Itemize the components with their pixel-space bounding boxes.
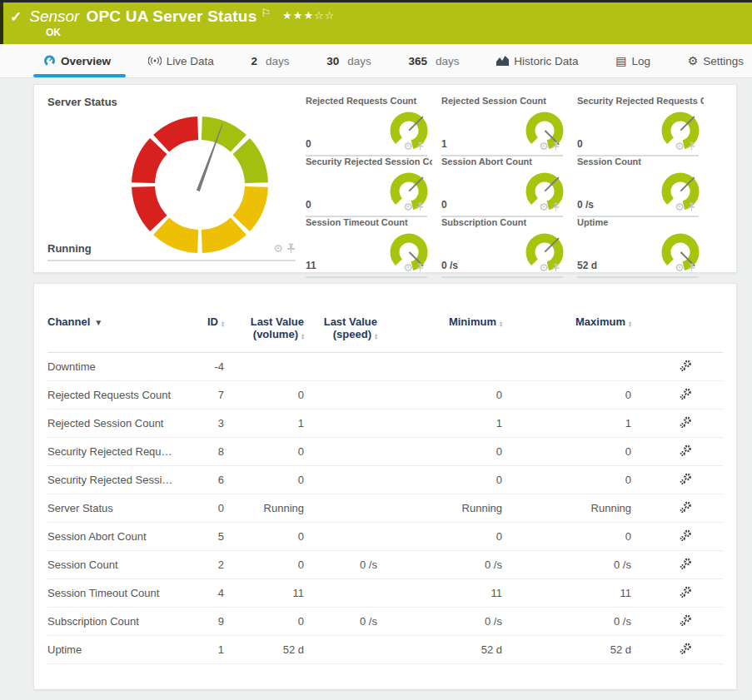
cell-minimum: 1 <box>377 417 502 429</box>
channel-settings-icon[interactable] <box>680 388 692 400</box>
column-header-last-value-speed[interactable]: Last Value(speed)▴▾ <box>304 315 377 340</box>
channel-gear-icon[interactable]: ⚙ <box>675 141 685 151</box>
channel-gear-icon[interactable]: ⚙ <box>273 243 283 254</box>
table-row[interactable]: Session Timeout Count 4 11 11 11 <box>47 579 723 608</box>
column-header-maximum[interactable]: Maximum▴▾ <box>502 315 631 328</box>
channel-gear-icon[interactable]: ⚙ <box>539 201 549 212</box>
tab-settings[interactable]: ⚙ Settings <box>685 44 747 77</box>
divider <box>441 276 563 278</box>
cell-id: 2 <box>172 559 224 571</box>
tab-label: Log <box>631 55 650 67</box>
channel-settings-icon[interactable] <box>680 360 692 372</box>
pin-icon[interactable] <box>688 141 695 151</box>
cell-minimum: 0 <box>377 530 502 543</box>
pin-icon[interactable] <box>552 141 560 151</box>
cell-maximum: 0 <box>502 474 631 486</box>
cell-minimum: 0 <box>377 474 502 486</box>
table-row[interactable]: Security Rejected Requ… 8 0 0 0 <box>47 438 723 466</box>
tab-30-days[interactable]: 30days <box>323 44 375 77</box>
cell-id: 7 <box>172 389 224 401</box>
table-row[interactable]: Session Count 2 0 0 /s 0 /s 0 /s <box>47 551 723 579</box>
channel-gear-icon[interactable]: ⚙ <box>403 201 413 212</box>
tab-label: Live Data <box>167 55 214 67</box>
cell-last-value-volume: 0 <box>224 559 304 571</box>
channel-gear-icon[interactable]: ⚙ <box>539 262 549 273</box>
gauge-footer: Running ⚙ <box>47 242 296 261</box>
column-header-minimum[interactable]: Minimum▴▾ <box>377 315 502 328</box>
tab-overview[interactable]: Overview <box>40 44 114 77</box>
column-header-channel[interactable]: Channel▼ <box>47 315 172 329</box>
tab-unit: days <box>347 55 371 67</box>
table-row[interactable]: Rejected Session Count 3 1 1 1 <box>47 410 723 438</box>
channel-settings-icon[interactable] <box>680 416 692 429</box>
channel-gear-icon[interactable]: ⚙ <box>403 141 413 151</box>
chart-icon <box>496 56 509 66</box>
table-row[interactable]: Server Status 0 Running Running Running <box>47 494 723 523</box>
gauges-panel: Server Status Running ⚙ Rejected Request… <box>33 84 737 273</box>
mini-gauge-session-abort-count: Session Abort Count 0 ⚙ <box>441 156 568 217</box>
tab-number: 30 <box>326 55 339 67</box>
mini-gauge-title: Security Rejected Session Co… <box>306 156 432 166</box>
cell-id: 4 <box>172 587 224 599</box>
cell-channel: Session Count <box>47 559 172 571</box>
channel-settings-icon[interactable] <box>680 643 692 655</box>
tab-2-days[interactable]: 2days <box>247 44 292 77</box>
pin-icon[interactable] <box>552 263 560 272</box>
pin-icon[interactable] <box>416 141 424 151</box>
tab-log[interactable]: ▤ Log <box>612 44 654 77</box>
cell-channel: Rejected Requests Count <box>47 389 172 401</box>
primary-gauge-panel: Server Status Running ⚙ <box>47 96 296 263</box>
cell-id: 8 <box>172 445 224 458</box>
column-header-id[interactable]: ID▴▾ <box>172 315 224 328</box>
mini-gauge-subscription-count: Subscription Count 0 /s ⚙ <box>441 217 568 278</box>
cell-last-value-volume: 0 <box>224 474 304 486</box>
pin-icon[interactable] <box>416 263 424 272</box>
table-row[interactable]: Downtime -4 <box>47 353 723 381</box>
cell-maximum: 0 <box>502 530 631 543</box>
channel-settings-icon[interactable] <box>680 586 692 598</box>
table-row[interactable]: Rejected Requests Count 7 0 0 0 <box>47 381 723 410</box>
tab-live-data[interactable]: Live Data <box>145 44 217 77</box>
gauge-icon <box>43 55 56 67</box>
table-row[interactable]: Uptime 1 52 d 52 d 52 d <box>47 636 723 664</box>
mini-gauge-security-rejected-session: Security Rejected Session Co… 0 ⚙ <box>306 156 432 217</box>
pin-icon[interactable] <box>688 202 695 211</box>
mini-gauges-grid: Rejected Requests Count 0 ⚙ Rejected Ses… <box>306 96 704 263</box>
channel-gear-icon[interactable]: ⚙ <box>539 141 549 151</box>
mini-gauge-title: Rejected Requests Count <box>306 96 432 106</box>
flag-icon[interactable]: ⚐ <box>261 7 271 19</box>
priority-stars[interactable]: ★★★☆☆ <box>282 9 335 22</box>
cell-id: 0 <box>172 502 224 514</box>
pin-icon[interactable] <box>552 202 560 211</box>
pin-icon[interactable] <box>416 202 424 211</box>
page-content: Server Status Running ⚙ Rejected Request… <box>0 78 752 690</box>
channel-gear-icon[interactable]: ⚙ <box>403 262 413 273</box>
channel-settings-icon[interactable] <box>680 444 692 457</box>
mini-gauge-title: Rejected Session Count <box>441 96 568 106</box>
channel-settings-icon[interactable] <box>680 558 692 570</box>
column-header-last-value-volume[interactable]: Last Value(volume)▴▾ <box>224 315 304 340</box>
channel-settings-icon[interactable] <box>680 614 692 627</box>
page-title: OPC UA Server Status <box>86 7 256 26</box>
cell-maximum: 0 <box>502 389 631 401</box>
mini-gauge-uptime: Uptime 52 d ⚙ <box>577 217 704 278</box>
cell-last-value-volume: 1 <box>224 417 304 429</box>
pin-icon[interactable] <box>286 243 296 254</box>
table-row[interactable]: Subscription Count 9 0 0 /s 0 /s 0 /s <box>47 608 723 636</box>
channel-gear-icon[interactable]: ⚙ <box>675 262 685 273</box>
mini-gauge-value: 1 <box>441 138 447 150</box>
cell-last-value-volume: 0 <box>224 530 304 543</box>
pin-icon[interactable] <box>688 263 695 272</box>
channel-settings-icon[interactable] <box>680 473 692 485</box>
table-row[interactable]: Security Rejected Sessi… 6 0 0 0 <box>47 466 723 494</box>
cell-minimum: 11 <box>377 587 502 599</box>
table-row[interactable]: Session Abort Count 5 0 0 0 <box>47 523 723 551</box>
mini-gauge-value: 0 <box>306 199 311 211</box>
tab-365-days[interactable]: 365days <box>405 44 462 77</box>
tab-historic-data[interactable]: Historic Data <box>493 44 581 77</box>
cell-channel: Subscription Count <box>47 615 172 628</box>
channel-settings-icon[interactable] <box>680 529 692 542</box>
channel-settings-icon[interactable] <box>680 501 692 514</box>
channels-table-panel: Channel▼ ID▴▾ Last Value(volume)▴▾ Last … <box>33 283 737 690</box>
channel-gear-icon[interactable]: ⚙ <box>675 201 685 212</box>
